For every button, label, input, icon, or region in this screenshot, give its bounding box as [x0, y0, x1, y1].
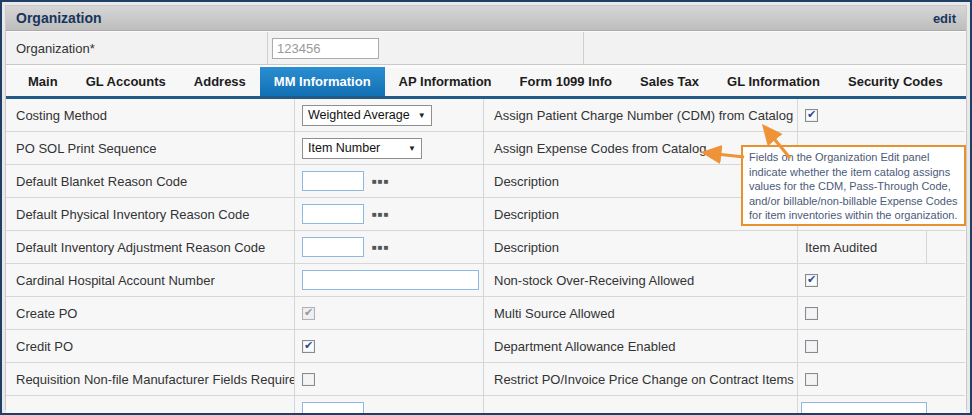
titlebar: Organization edit	[6, 6, 966, 31]
field-label: Requisition Non-file Manufacturer Fields…	[6, 363, 295, 395]
field-label: Default Inventory Adjustment Reason Code	[6, 231, 295, 263]
multi-source-allowed-checkbox[interactable]	[805, 307, 818, 320]
field-label: Restrict PO/Invoice Price Change on Cont…	[484, 363, 798, 395]
requisition-nonfile-manufacturer-row: Requisition Non-file Manufacturer Fields…	[6, 363, 483, 396]
page-title: Organization	[16, 10, 102, 26]
field-label: Credit PO	[6, 330, 295, 362]
po-sol-print-sequence-row: PO SOL Print Sequence Item Number ▼	[6, 132, 483, 165]
default-blanket-reason-code-input[interactable]	[302, 171, 364, 191]
field-label: Default Blanket Reason Code	[6, 165, 295, 197]
tab-security-codes[interactable]: Security Codes	[834, 67, 957, 96]
department-allowance-enabled-row: Department Allowance Enabled	[484, 330, 965, 363]
tab-main[interactable]: Main	[14, 67, 72, 96]
tab-gl-information[interactable]: GL Information	[713, 67, 834, 96]
item-audited-cell: Item Audited	[798, 231, 927, 263]
tab-address[interactable]: Address	[180, 67, 260, 96]
default-physical-inventory-reason-code-row: Default Physical Inventory Reason Code ■…	[6, 198, 483, 231]
lookup-ellipsis-icon[interactable]: ■■■	[372, 243, 390, 252]
form-left-pane: Costing Method Weighted Average ▼ PO SOL…	[6, 99, 484, 415]
restrict-po-invoice-price-change-checkbox[interactable]	[805, 373, 818, 386]
field-label: PO SOL Print Sequence	[6, 132, 295, 164]
item-audited-label: Item Audited	[798, 240, 877, 255]
description-row-3: Description Item Audited	[484, 231, 965, 264]
cardinal-hospital-account-number-input[interactable]	[302, 270, 479, 290]
organization-input[interactable]	[272, 38, 379, 59]
callout-tooltip: Fields on the Organization Edit panel in…	[741, 145, 966, 226]
field-label: Department Allowance Enabled	[484, 330, 798, 362]
tab-sales-tax[interactable]: Sales Tax	[626, 67, 713, 96]
callout-text: Fields on the Organization Edit panel in…	[749, 151, 958, 221]
create-po-checkbox	[302, 307, 315, 320]
field-label: Costing Method	[6, 99, 295, 131]
field-label: Non-stock Over-Receiving Allowed	[484, 264, 798, 296]
tab-bar: Main GL Accounts Address MM Information …	[6, 68, 966, 99]
clipped-bottom-row	[484, 396, 965, 415]
credit-po-row: Credit PO	[6, 330, 483, 363]
lookup-ellipsis-icon[interactable]: ■■■	[372, 177, 390, 186]
default-inventory-adjustment-reason-code-input[interactable]	[302, 237, 364, 257]
costing-method-select[interactable]: Weighted Average ▼	[302, 105, 432, 126]
organization-window: Organization edit Organization* Main GL …	[0, 0, 972, 415]
field-label: Create PO	[6, 297, 295, 329]
tab-form-1099-info[interactable]: Form 1099 Info	[506, 67, 626, 96]
organization-input-cell	[267, 32, 584, 64]
chevron-down-icon: ▼	[408, 144, 416, 153]
restrict-po-invoice-price-change-row: Restrict PO/Invoice Price Change on Cont…	[484, 363, 965, 396]
department-allowance-enabled-checkbox[interactable]	[805, 340, 818, 353]
organization-label: Organization*	[6, 41, 267, 56]
select-value: Weighted Average	[308, 108, 410, 122]
tab-ap-information[interactable]: AP Information	[385, 67, 506, 96]
select-value: Item Number	[308, 141, 380, 155]
clipped-input[interactable]	[801, 402, 927, 415]
tab-mm-information[interactable]: MM Information	[260, 67, 385, 96]
field-label	[484, 396, 798, 415]
field-label: Multi Source Allowed	[484, 297, 798, 329]
chevron-down-icon: ▼	[418, 111, 426, 120]
default-blanket-reason-code-row: Default Blanket Reason Code ■■■	[6, 165, 483, 198]
assign-patient-charge-number-row: Assign Patient Charge Number (CDM) from …	[484, 99, 965, 132]
assign-patient-charge-number-checkbox[interactable]	[805, 109, 818, 122]
field-label: Default Physical Inventory Reason Code	[6, 198, 295, 230]
clipped-input[interactable]	[302, 402, 364, 415]
tab-gl-accounts[interactable]: GL Accounts	[72, 67, 180, 96]
default-inventory-adjustment-reason-code-row: Default Inventory Adjustment Reason Code…	[6, 231, 483, 264]
cardinal-hospital-account-number-row: Cardinal Hospital Account Number	[6, 264, 483, 297]
requisition-nonfile-manufacturer-checkbox[interactable]	[302, 373, 315, 386]
clipped-bottom-row	[6, 396, 483, 415]
po-sol-print-sequence-select[interactable]: Item Number ▼	[302, 138, 422, 159]
edit-link[interactable]: edit	[933, 11, 956, 26]
lookup-ellipsis-icon[interactable]: ■■■	[372, 210, 390, 219]
field-label: Cardinal Hospital Account Number	[6, 264, 295, 296]
non-stock-over-receiving-row: Non-stock Over-Receiving Allowed	[484, 264, 965, 297]
non-stock-over-receiving-checkbox[interactable]	[805, 274, 818, 287]
create-po-row: Create PO	[6, 297, 483, 330]
default-physical-inventory-reason-code-input[interactable]	[302, 204, 364, 224]
field-label	[6, 396, 295, 415]
costing-method-row: Costing Method Weighted Average ▼	[6, 99, 483, 132]
multi-source-allowed-row: Multi Source Allowed	[484, 297, 965, 330]
field-label: Assign Patient Charge Number (CDM) from …	[484, 99, 798, 131]
field-label: Description	[484, 231, 798, 263]
credit-po-checkbox[interactable]	[302, 340, 315, 353]
organization-field-row: Organization*	[6, 32, 966, 65]
